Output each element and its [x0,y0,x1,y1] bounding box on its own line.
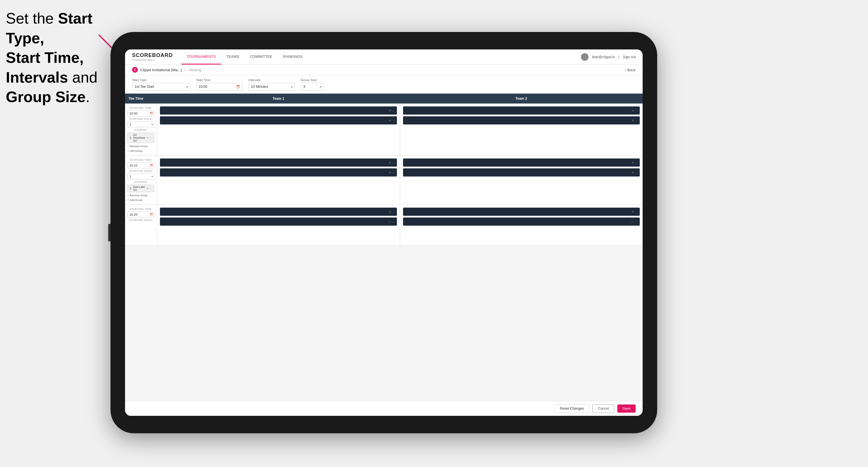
logo-sub: Powered by clipp.io [132,58,173,61]
player-row-6-1: ✕ ⌕ [403,208,640,216]
tee-left-panel-2: STARTING TIME: ⏰ STARTING HOLE: 1 COURSE… [125,156,157,205]
team1-column-1: ✕ ⌕ ✕ ⌕ [157,103,400,155]
starting-time-label-1: STARTING TIME: [127,106,154,109]
cancel-button[interactable]: Cancel [592,404,614,413]
starting-hole-label-3: STARTING HOLE: [127,219,154,222]
start-time-group: Start Time ⏰ [196,78,243,90]
instruction-bold-2: Start Time, [6,49,84,66]
tab-tournaments[interactable]: TOURNAMENTS [182,50,221,65]
tab-teams[interactable]: TEAMS [221,50,245,65]
player-x-icon-6-2[interactable]: — [631,220,634,223]
course-tag-2: 🏌 East Lake GC ✕ ⋯ [127,185,154,192]
player-search-icon-6-1[interactable]: ⌕ [636,210,638,213]
player-x-icon-5-2[interactable]: — [388,220,391,223]
player-search-icon-3-1[interactable]: ⌕ [393,161,395,164]
sign-out-link[interactable]: Sign out [623,55,636,59]
player-x-icon-6-1[interactable]: ✕ [631,210,634,213]
player-x-icon-1-2[interactable]: ✕ [389,119,391,122]
course-edit-1[interactable]: ⋯ [150,136,153,139]
course-edit-2[interactable]: ⋯ [150,187,153,190]
logo-area: SCOREBOARD Powered by clipp.io [132,52,173,61]
tee-group-1: STARTING TIME: ⏰ STARTING HOLE: 1 COURSE… [125,103,643,156]
intervals-group: Intervals 10 Minutes [248,78,295,90]
group-size-label: Group Size [301,78,324,82]
player-row-4-1: ✕ ⌕ [403,158,640,167]
player-search-icon-3-2[interactable]: ⌕ [393,171,395,174]
player-x-icon-3-2[interactable]: ✕ [389,171,391,174]
intervals-select[interactable]: 10 Minutes [248,83,295,90]
tee-right-panel-3: ✕ ⌕ — ⌕ ✕ ⌕ — [157,205,643,245]
group-size-group: Group Size 3 [301,78,324,90]
player-search-icon-6-2[interactable]: ⌕ [636,220,638,223]
course-remove-1[interactable]: ✕ [147,136,149,139]
intervals-label: Intervals [248,78,295,82]
add-group-1[interactable]: + Add Group [127,150,154,152]
remove-group-1[interactable]: ○ Remove Group [127,145,154,148]
group-size-select-wrapper: 3 [301,83,324,90]
start-type-select-wrapper: 1st Tee Start [132,83,190,90]
player-search-icon-4-2[interactable]: ⌕ [636,171,638,174]
tee-right-panel-2: ✕ ⌕ ✕ ⌕ ✕ ⌕ ✕ [157,156,643,205]
clock-icon: ⏰ [236,85,240,89]
th-tee-time: Tee Time [125,94,157,103]
player-row-3-1: ✕ ⌕ [160,158,397,167]
save-button[interactable]: Save [617,404,636,413]
breadcrumb-tournament[interactable]: Clippd Invitational (Ma...) [140,68,182,72]
table-header: Tee Time Team 1 Team 2 [125,94,643,103]
player-search-icon-5-2[interactable]: ⌕ [393,220,395,223]
player-search-icon-5-1[interactable]: ⌕ [393,210,395,213]
player-x-icon-4-1[interactable]: ✕ [631,161,634,164]
breadcrumb-bar: C Clippd Invitational (Ma...) > Hosting … [125,65,643,75]
player-row-3-2: ✕ ⌕ [160,168,397,177]
player-x-icon-1-1[interactable]: ✕ [389,109,391,112]
player-search-icon-2-2[interactable]: ⌕ [636,119,638,122]
breadcrumb-current: Hosting [188,68,201,72]
tab-committee[interactable]: COMMITTEE [245,50,278,65]
player-search-icon-2-1[interactable]: ⌕ [636,109,638,112]
starting-hole-select-wrapper-2: 1 [127,174,154,179]
th-team2: Team 2 [400,94,643,103]
tee-group-3: STARTING TIME: ⏰ STARTING HOLE: ✕ ⌕ [125,205,643,245]
course-name-2: East Lake GC [133,186,145,191]
starting-hole-label-1: STARTING HOLE: [127,118,154,120]
player-row-1-1: ✕ ⌕ [160,106,397,115]
tee-right-panel-1: ✕ ⌕ ✕ ⌕ ✕ ⌕ ✕ [157,103,643,155]
player-x-icon-2-2[interactable]: ✕ [631,119,634,122]
course-remove-2[interactable]: ✕ [147,187,149,190]
user-email: blair@clippd.io [592,55,615,59]
course-icon-2: 🏌 [129,187,132,190]
tablet-screen: SCOREBOARD Powered by clipp.io TOURNAMEN… [125,50,643,416]
player-x-icon-5-1[interactable]: ✕ [389,210,391,213]
player-x-icon-2-1[interactable]: ✕ [631,109,634,112]
team1-column-2: ✕ ⌕ ✕ ⌕ [157,156,400,205]
start-time-label: Start Time [196,78,243,82]
player-search-icon-1-2[interactable]: ⌕ [393,119,395,122]
player-search-icon-4-1[interactable]: ⌕ [636,161,638,164]
back-button[interactable]: ‹ Back [625,68,636,72]
player-search-icon-1-1[interactable]: ⌕ [393,109,395,112]
add-group-icon-2: + [127,198,129,201]
top-navigation: SCOREBOARD Powered by clipp.io TOURNAMEN… [125,50,643,65]
tablet-side-button [108,224,111,241]
logo-text: SCOREBOARD [132,52,173,58]
starting-hole-select-2[interactable]: 1 [127,174,154,179]
tab-rankings[interactable]: RANKINGS [278,50,308,65]
course-icon-1: 🏌 [129,137,132,139]
reset-changes-button[interactable]: Reset Changes [555,404,590,413]
starting-hole-select-1[interactable]: 1 [127,122,154,127]
remove-group-icon-1: ○ [127,145,129,148]
player-row-5-1: ✕ ⌕ [160,208,397,216]
group-size-select[interactable]: 3 [301,83,324,90]
instruction-bold-1: Start Type, [6,10,92,46]
remove-group-icon-2: ○ [127,194,129,197]
player-x-icon-3-1[interactable]: ✕ [389,161,391,164]
start-type-select[interactable]: 1st Tee Start [132,83,190,90]
player-row-6-2: — ⌕ [403,218,640,226]
player-x-icon-4-2[interactable]: ✕ [631,171,634,174]
clock-icon-3: ⏰ [150,213,153,216]
start-time-input[interactable] [196,83,243,90]
add-group-2[interactable]: + Add Group [127,198,154,201]
remove-group-2[interactable]: ○ Remove Group [127,194,154,197]
add-group-label-2: Add Group [130,198,143,201]
starting-time-label-2: STARTING TIME: [127,158,154,161]
